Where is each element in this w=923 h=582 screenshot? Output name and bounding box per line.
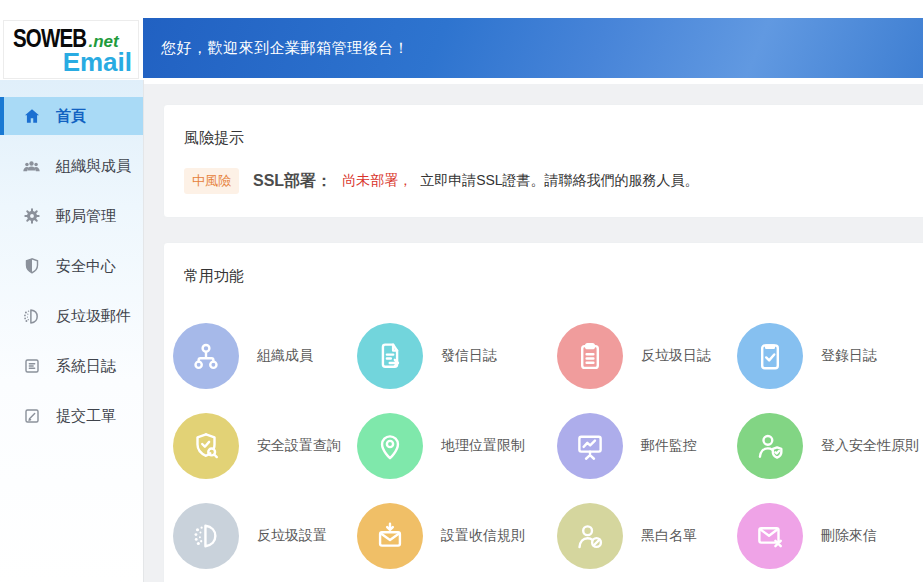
risk-title: 風險提示 (164, 105, 923, 148)
function-label: 安全設置查詢 (257, 437, 341, 455)
functions-card: 常用功能 組織成員 發信日誌 (163, 242, 923, 582)
monitor-chart-icon (557, 413, 623, 479)
function-label: 登錄日誌 (821, 347, 877, 365)
function-receive-rules[interactable]: 設置收信規則 (357, 503, 557, 569)
risk-level-badge: 中風險 (184, 168, 239, 194)
sidebar-item-label: 郵局管理 (56, 207, 116, 226)
functions-grid: 組織成員 發信日誌 反垃圾日誌 (173, 311, 923, 581)
sidebar-item-label: 反垃圾郵件 (56, 307, 131, 326)
welcome-banner: 您好，歡迎來到企業郵箱管理後台！ (143, 18, 923, 78)
function-security-settings-query[interactable]: 安全設置查詢 (173, 413, 357, 479)
sidebar-item-label: 組織與成員 (56, 157, 131, 176)
admin-console: 您好，歡迎來到企業郵箱管理後台！ SOWEB.net Email 首頁 組織與成… (0, 0, 923, 582)
function-mail-monitor[interactable]: 郵件監控 (557, 413, 737, 479)
users-icon (21, 156, 42, 177)
function-login-log[interactable]: 登錄日誌 (737, 323, 923, 389)
function-geo-restriction[interactable]: 地理位置限制 (357, 413, 557, 479)
function-label: 登入安全性原則 (821, 437, 919, 455)
function-label: 郵件監控 (641, 437, 697, 455)
home-icon (21, 106, 42, 127)
doc-send-icon (357, 323, 423, 389)
risk-status: 尚未部署， (342, 172, 412, 190)
function-send-log[interactable]: 發信日誌 (357, 323, 557, 389)
function-label: 設置收信規則 (441, 527, 525, 545)
sidebar-item-home[interactable]: 首頁 (0, 97, 143, 135)
function-delete-incoming-mail[interactable]: 刪除來信 (737, 503, 923, 569)
sidebar: 首頁 組織與成員 郵局管理 安全中心 (0, 80, 144, 582)
risk-row: 中風險 SSL部署： 尚未部署， 立即申請SSL證書。請聯絡我們的服務人員。 (184, 168, 699, 194)
function-antispam-log[interactable]: 反垃圾日誌 (557, 323, 737, 389)
welcome-text: 您好，歡迎來到企業郵箱管理後台！ (161, 39, 409, 58)
logo: SOWEB.net Email (0, 0, 143, 80)
function-label: 反垃圾日誌 (641, 347, 711, 365)
functions-title: 常用功能 (164, 243, 923, 286)
logo-product: Email (63, 47, 132, 78)
function-label: 反垃圾設置 (257, 527, 327, 545)
mail-download-icon (357, 503, 423, 569)
org-chart-icon (173, 323, 239, 389)
sidebar-item-post-office[interactable]: 郵局管理 (0, 197, 143, 235)
function-label: 組織成員 (257, 347, 313, 365)
mail-delete-icon (737, 503, 803, 569)
function-label: 黑白名單 (641, 527, 697, 545)
sidebar-item-label: 系統日誌 (56, 357, 116, 376)
sidebar-item-antispam[interactable]: 反垃圾郵件 (0, 297, 143, 335)
sidebar-item-label: 提交工單 (56, 407, 116, 426)
user-block-icon (557, 503, 623, 569)
sidebar-item-security-center[interactable]: 安全中心 (0, 247, 143, 285)
antispam-icon (21, 306, 42, 327)
function-login-security-policy[interactable]: 登入安全性原則 (737, 413, 923, 479)
risk-card: 風險提示 中風險 SSL部署： 尚未部署， 立即申請SSL證書。請聯絡我們的服務… (163, 104, 923, 218)
logo-box: SOWEB.net Email (3, 20, 139, 79)
ticket-icon (21, 406, 42, 427)
sidebar-item-label: 安全中心 (56, 257, 116, 276)
sidebar-item-system-log[interactable]: 系統日誌 (0, 347, 143, 385)
location-pin-icon (357, 413, 423, 479)
function-label: 發信日誌 (441, 347, 497, 365)
sidebar-item-label: 首頁 (56, 107, 86, 126)
sidebar-item-org-members[interactable]: 組織與成員 (0, 147, 143, 185)
function-black-white-list[interactable]: 黑白名單 (557, 503, 737, 569)
risk-description: 立即申請SSL證書。請聯絡我們的服務人員。 (420, 172, 698, 190)
function-org-members[interactable]: 組織成員 (173, 323, 357, 389)
main-content: 風險提示 中風險 SSL部署： 尚未部署， 立即申請SSL證書。請聯絡我們的服務… (143, 78, 923, 582)
shield-search-icon (173, 413, 239, 479)
antispam-dots-icon (173, 503, 239, 569)
gear-icon (21, 206, 42, 227)
clipboard-check-icon (737, 323, 803, 389)
system-log-icon (21, 356, 42, 377)
user-shield-icon (737, 413, 803, 479)
sidebar-item-submit-ticket[interactable]: 提交工單 (0, 397, 143, 435)
function-antispam-settings[interactable]: 反垃圾設置 (173, 503, 357, 569)
risk-item-label: SSL部署： (253, 171, 332, 192)
shield-icon (21, 256, 42, 277)
function-label: 地理位置限制 (441, 437, 525, 455)
clipboard-list-icon (557, 323, 623, 389)
function-label: 刪除來信 (821, 527, 877, 545)
sidebar-menu: 首頁 組織與成員 郵局管理 安全中心 (0, 97, 143, 435)
